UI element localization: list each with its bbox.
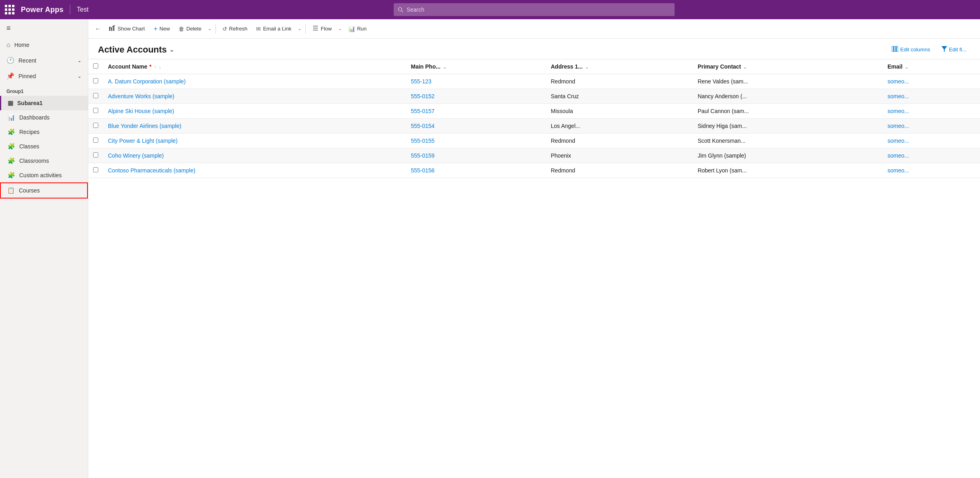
row-checkbox-5[interactable] (88, 148, 103, 163)
select-all-input[interactable] (93, 63, 98, 69)
email-3[interactable]: someo... (883, 119, 980, 134)
subarea1-icon: ▦ (8, 99, 13, 107)
flow-chevron-button[interactable]: ⌄ (337, 24, 344, 34)
email-link-chevron-button[interactable]: ⌄ (296, 24, 303, 34)
recent-chevron-icon: ⌄ (77, 58, 81, 63)
address-chevron-icon[interactable]: ⌄ (585, 65, 588, 69)
col-address[interactable]: Address 1... ⌄ (546, 59, 693, 74)
row-checkbox-input-2[interactable] (93, 108, 98, 113)
edit-columns-icon (892, 46, 898, 53)
app-name: Test (77, 6, 88, 13)
email-4[interactable]: someo... (883, 134, 980, 148)
account-name-6[interactable]: Contoso Pharmaceuticals (sample) (103, 163, 406, 178)
col-address-label: Address 1... (551, 63, 583, 70)
sidebar-item-courses[interactable]: 📋 Courses (0, 182, 88, 198)
view-actions: Edit columns Edit fi... (888, 44, 970, 55)
refresh-icon: ↺ (222, 26, 227, 32)
sidebar-item-recipes[interactable]: 🧩 Recipes (0, 125, 88, 139)
custom-activities-icon: 🧩 (8, 172, 15, 179)
email-chevron-icon[interactable]: ⌄ (905, 65, 908, 69)
table-row: Adventure Works (sample) 555-0152 Santa … (88, 89, 980, 104)
account-name-5[interactable]: Coho Winery (sample) (103, 148, 406, 163)
row-checkbox-input-6[interactable] (93, 167, 98, 172)
sidebar-item-classes[interactable]: 🧩 Classes (0, 139, 88, 154)
refresh-button[interactable]: ↺ Refresh (218, 23, 252, 34)
account-name-3[interactable]: Blue Yonder Airlines (sample) (103, 119, 406, 134)
row-checkbox-input-1[interactable] (93, 93, 98, 98)
account-name-4[interactable]: City Power & Light (sample) (103, 134, 406, 148)
email-5[interactable]: someo... (883, 148, 980, 163)
col-email[interactable]: Email ⌄ (883, 59, 980, 74)
phone-3[interactable]: 555-0154 (406, 119, 546, 134)
sidebar-item-classrooms[interactable]: 🧩 Classrooms (0, 154, 88, 168)
sidebar-item-home[interactable]: ⌂ Home (0, 37, 88, 53)
email-0[interactable]: someo... (883, 74, 980, 89)
run-button[interactable]: 📊 Run (344, 23, 371, 34)
back-button[interactable]: ← (91, 23, 104, 35)
svg-rect-8 (892, 46, 893, 52)
email-2[interactable]: someo... (883, 104, 980, 119)
app-dots-icon[interactable] (5, 5, 14, 14)
col-account-name[interactable]: Account Name * ↑ ↓ (103, 59, 406, 74)
row-checkbox-input-3[interactable] (93, 123, 98, 128)
flow-button[interactable]: Flow (308, 23, 335, 34)
email-link-button[interactable]: ✉ Email a Link (252, 23, 295, 34)
sidebar-item-recent-label: Recent (18, 57, 36, 64)
delete-button[interactable]: 🗑 Delete (175, 23, 205, 34)
phone-0[interactable]: 555-123 (406, 74, 546, 89)
phone-1[interactable]: 555-0152 (406, 89, 546, 104)
accounts-table: Account Name * ↑ ↓ Main Pho... ⌄ Address… (88, 59, 980, 178)
delete-chevron-button[interactable]: ⌄ (206, 24, 213, 34)
address-4: Redmond (546, 134, 693, 148)
sidebar-item-dashboards[interactable]: 📊 Dashboards (0, 110, 88, 125)
sidebar-item-custom-activities[interactable]: 🧩 Custom activities (0, 168, 88, 182)
view-title-chevron-icon[interactable]: ⌄ (169, 47, 174, 53)
account-name-0[interactable]: A. Datum Corporation (sample) (103, 74, 406, 89)
hamburger-icon[interactable]: ≡ (0, 19, 88, 37)
required-star: * (149, 63, 151, 70)
contact-3: Sidney Higa (sam... (693, 119, 882, 134)
email-1[interactable]: someo... (883, 89, 980, 104)
sort-asc-icon[interactable]: ↑ (154, 65, 156, 69)
col-primary-contact[interactable]: Primary Contact ⌄ (693, 59, 882, 74)
classrooms-icon: 🧩 (8, 157, 15, 164)
select-all-checkbox[interactable] (88, 59, 103, 74)
phone-6[interactable]: 555-0156 (406, 163, 546, 178)
account-name-1[interactable]: Adventure Works (sample) (103, 89, 406, 104)
row-checkbox-3[interactable] (88, 119, 103, 134)
row-checkbox-0[interactable] (88, 74, 103, 89)
sidebar-item-pinned[interactable]: 📌 Pinned ⌄ (0, 68, 88, 84)
row-checkbox-2[interactable] (88, 104, 103, 119)
search-input[interactable] (407, 6, 671, 13)
row-checkbox-6[interactable] (88, 163, 103, 178)
main-phone-chevron-icon[interactable]: ⌄ (443, 65, 446, 69)
phone-5[interactable]: 555-0159 (406, 148, 546, 163)
row-checkbox-4[interactable] (88, 134, 103, 148)
sidebar-item-subarea1[interactable]: ▦ Subarea1 (0, 96, 88, 110)
phone-4[interactable]: 555-0155 (406, 134, 546, 148)
email-6[interactable]: someo... (883, 163, 980, 178)
sort-desc-icon[interactable]: ↓ (159, 65, 161, 69)
view-title-text: Active Accounts (98, 45, 167, 55)
sidebar-item-home-label: Home (14, 42, 29, 48)
row-checkbox-input-5[interactable] (93, 152, 98, 158)
account-name-2[interactable]: Alpine Ski House (sample) (103, 104, 406, 119)
contact-1: Nancy Anderson (... (693, 89, 882, 104)
row-checkbox-input-4[interactable] (93, 138, 98, 143)
col-main-phone[interactable]: Main Pho... ⌄ (406, 59, 546, 74)
address-2: Missoula (546, 104, 693, 119)
sidebar-item-recent[interactable]: 🕐 Recent ⌄ (0, 53, 88, 68)
row-checkbox-1[interactable] (88, 89, 103, 104)
row-checkbox-input-0[interactable] (93, 78, 98, 83)
contact-0: Rene Valdes (sam... (693, 74, 882, 89)
phone-2[interactable]: 555-0157 (406, 104, 546, 119)
recent-icon: 🕐 (6, 57, 14, 64)
edit-columns-button[interactable]: Edit columns (888, 44, 934, 55)
edit-filters-button[interactable]: Edit fi... (937, 44, 970, 55)
show-chart-button[interactable]: Show Chart (105, 23, 149, 34)
primary-contact-chevron-icon[interactable]: ⌄ (743, 65, 746, 69)
home-icon: ⌂ (6, 41, 10, 49)
command-bar: ← Show Chart + New 🗑 Delete (88, 19, 980, 38)
col-primary-contact-label: Primary Contact (697, 63, 741, 70)
new-button[interactable]: + New (150, 23, 174, 35)
